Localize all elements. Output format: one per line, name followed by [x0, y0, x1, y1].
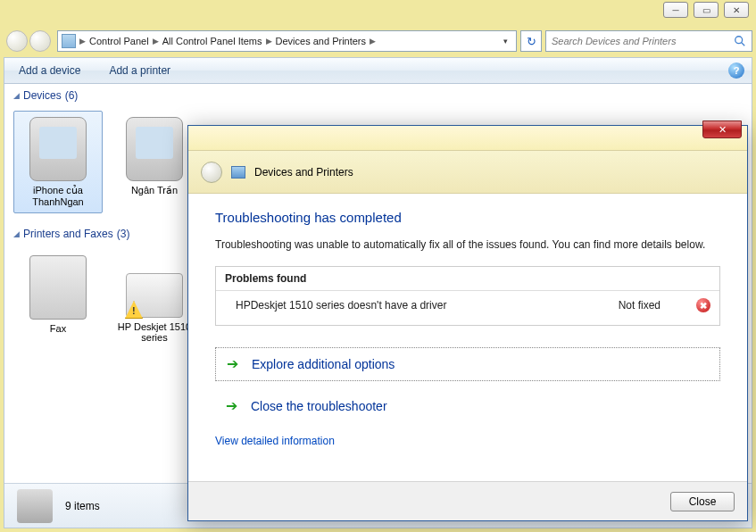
devices-header[interactable]: ◢ Devices (6): [4, 84, 752, 107]
forward-button[interactable]: [29, 30, 51, 52]
troubleshooter-dialog: ✕ Devices and Printers Troubleshooting h…: [187, 125, 748, 521]
svg-line-1: [742, 43, 745, 46]
problem-text: HPDeskjet 1510 series doesn't have a dri…: [236, 299, 619, 312]
arrow-right-icon: ➔: [226, 399, 240, 413]
device-label: iPhone của ThanhNgan: [18, 185, 98, 207]
breadcrumb-sep: ▶: [370, 37, 376, 46]
status-icon: [17, 489, 53, 523]
printer-label: HP Deskjet 1510 series: [114, 321, 195, 343]
explore-options-button[interactable]: ➔ Explore additional options: [215, 347, 720, 381]
view-detailed-link[interactable]: View detailed information: [215, 435, 335, 447]
dialog-body: Troubleshooting has completed Troublesho…: [188, 194, 747, 463]
dialog-message: Troubleshooting was unable to automatica…: [215, 237, 720, 252]
status-text: 9 items: [65, 500, 100, 512]
search-box[interactable]: [545, 30, 752, 52]
device-item[interactable]: iPhone của ThanhNgan: [13, 111, 103, 213]
devices-printers-icon: [231, 166, 245, 179]
dialog-title: Troubleshooting has completed: [215, 210, 720, 225]
warning-icon: [125, 301, 143, 319]
minimize-button[interactable]: ─: [663, 2, 688, 18]
breadcrumb-sep: ▶: [153, 37, 159, 46]
collapse-icon: ◢: [13, 229, 20, 238]
nav-row: ▶ Control Panel ▶ All Control Panel Item…: [4, 29, 752, 54]
search-icon: [734, 35, 746, 47]
dialog-header-text: Devices and Printers: [254, 166, 353, 179]
breadcrumb-sep: ▶: [79, 37, 86, 46]
search-input[interactable]: [552, 36, 734, 46]
breadcrumb-item[interactable]: Devices and Printers: [272, 36, 370, 46]
arrow-right-icon: ➔: [227, 357, 241, 371]
error-icon: ✖: [696, 298, 710, 312]
section-count: (3): [117, 228, 130, 240]
toolbar: Add a device Add a printer ?: [4, 57, 752, 84]
dialog-close-button[interactable]: ✕: [702, 121, 742, 138]
dialog-header: Devices and Printers: [188, 151, 747, 194]
breadcrumb-item[interactable]: Control Panel: [86, 36, 153, 46]
refresh-button[interactable]: ↻: [520, 30, 542, 52]
address-dropdown[interactable]: ▾: [498, 37, 512, 46]
help-icon[interactable]: ?: [728, 62, 744, 79]
printer-item[interactable]: HP Deskjet 1510 series: [110, 249, 199, 349]
back-button[interactable]: [6, 30, 28, 52]
close-troubleshooter-button[interactable]: ➔ Close the troubleshooter: [215, 390, 720, 422]
dialog-titlebar[interactable]: ✕: [188, 126, 747, 151]
printer-icon: [126, 273, 183, 318]
breadcrumb-item[interactable]: All Control Panel Items: [159, 36, 266, 46]
collapse-icon: ◢: [13, 91, 20, 100]
maximize-button[interactable]: ▭: [694, 2, 719, 18]
nav-back-forward: [4, 29, 54, 54]
printer-item[interactable]: Fax: [13, 249, 103, 349]
section-title: Devices: [23, 89, 62, 102]
problem-row[interactable]: HPDeskjet 1510 series doesn't have a dri…: [216, 291, 719, 325]
dialog-footer: Close: [188, 481, 747, 520]
close-button[interactable]: Close: [670, 492, 735, 511]
window-controls: ─ ▭ ✕: [663, 2, 749, 18]
device-label: Ngân Trần: [114, 185, 195, 196]
address-bar[interactable]: ▶ Control Panel ▶ All Control Panel Item…: [57, 30, 517, 52]
window-close-button[interactable]: ✕: [724, 2, 749, 18]
add-printer-button[interactable]: Add a printer: [102, 61, 178, 80]
svg-point-0: [735, 37, 743, 44]
add-device-button[interactable]: Add a device: [12, 61, 87, 80]
section-count: (6): [65, 89, 79, 102]
device-item[interactable]: Ngân Trần: [110, 111, 199, 213]
phone-icon: [29, 117, 87, 181]
section-title: Printers and Faxes: [23, 228, 113, 240]
problems-header: Problems found: [216, 267, 719, 291]
printer-label: Fax: [18, 323, 98, 334]
dialog-back-button[interactable]: [201, 162, 222, 183]
problems-box: Problems found HPDeskjet 1510 series doe…: [215, 266, 720, 326]
location-icon: [62, 34, 76, 48]
fax-icon: [29, 255, 87, 320]
phone-icon: [126, 117, 183, 181]
action-label: Explore additional options: [252, 357, 395, 371]
action-label: Close the troubleshooter: [251, 399, 387, 413]
problem-status: Not fixed: [619, 299, 660, 312]
breadcrumb-sep: ▶: [266, 37, 272, 46]
